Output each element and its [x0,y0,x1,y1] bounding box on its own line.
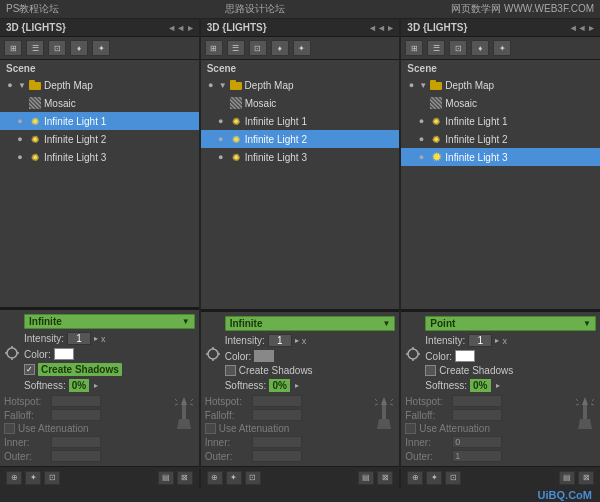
disabled-section: Hotspot: Falloff: Use Attenuation Inner:… [4,395,195,462]
bottom-btn-3[interactable]: ⊡ [245,471,261,485]
panel-title-1: 3D {LIGHTS} [6,22,66,33]
intensity-reset[interactable]: x [302,336,307,346]
tree-arrow[interactable]: ▼ [219,81,227,90]
softness-row: Softness: 0% ▸ [425,379,596,392]
eye-icon[interactable]: ● [405,79,417,91]
toolbar-btn-5[interactable]: ✦ [293,40,311,56]
bottom-btn-5[interactable]: ⊠ [377,471,393,485]
bottom-btn-5[interactable]: ⊠ [578,471,594,485]
intensity-row: Intensity: ▸ x [24,332,195,345]
eye-icon[interactable]: ● [4,79,16,91]
tree-item[interactable]: ●✺Infinite Light 1 [0,112,199,130]
tree-item[interactable]: ●✹Infinite Light 3 [401,148,600,166]
toolbar-btn-3[interactable]: ⊡ [48,40,66,56]
bottom-btn-4[interactable]: ▤ [358,471,374,485]
bottom-btn-1[interactable]: ⊕ [407,471,423,485]
toolbar-btn-3[interactable]: ⊡ [449,40,467,56]
tree-item[interactable]: ●✺Infinite Light 3 [0,148,199,166]
panel-header-2: 3D {LIGHTS} ◄◄ ▸ [201,19,400,37]
intensity-input[interactable] [67,332,91,345]
eye-icon[interactable] [415,97,427,109]
toolbar-btn-4[interactable]: ♦ [471,40,489,56]
toolbar-btn-2[interactable]: ☰ [227,40,245,56]
intensity-input[interactable] [468,334,492,347]
use-attenuation-checkbox [405,423,416,434]
toolbar-btn-2[interactable]: ☰ [427,40,445,56]
tree-item[interactable]: Mosaic [401,94,600,112]
tree-item[interactable]: ●✺Infinite Light 2 [0,130,199,148]
tree-item[interactable]: ●✺Infinite Light 3 [201,148,400,166]
toolbar-btn-5[interactable]: ✦ [92,40,110,56]
type-dropdown[interactable]: Infinite ▼ [225,316,396,331]
create-shadows-checkbox[interactable] [225,365,236,376]
eye-icon[interactable]: ● [14,151,26,163]
tree-item-name: Depth Map [245,80,294,91]
tree-item[interactable]: ●▼Depth Map [401,76,600,94]
tree-item[interactable]: ●▼Depth Map [0,76,199,94]
toolbar-btn-4[interactable]: ♦ [70,40,88,56]
bottom-btn-1[interactable]: ⊕ [207,471,223,485]
tree-item[interactable]: ●✺Infinite Light 1 [201,112,400,130]
create-shadows-checkbox[interactable]: ✓ [24,364,35,375]
softness-increment[interactable]: ▸ [94,381,98,390]
tree-item[interactable]: ●▼Depth Map [201,76,400,94]
scene-tree: ●▼Depth MapMosaic●✺Infinite Light 1●✺Inf… [201,76,400,170]
bottom-btn-2[interactable]: ✦ [226,471,242,485]
eye-icon[interactable]: ● [415,151,427,163]
eye-icon[interactable]: ● [205,79,217,91]
intensity-reset[interactable]: x [502,336,507,346]
type-dropdown[interactable]: Infinite ▼ [24,314,195,329]
svg-line-25 [391,399,393,401]
eye-icon[interactable]: ● [415,115,427,127]
toolbar-btn-1[interactable]: ⊞ [405,40,423,56]
toolbar-btn-4[interactable]: ♦ [271,40,289,56]
color-swatch[interactable] [254,350,274,362]
intensity-reset[interactable]: x [101,334,106,344]
light-figure-svg [375,397,393,429]
outer-row: Outer: [405,450,570,462]
intensity-input[interactable] [268,334,292,347]
intensity-increment[interactable]: ▸ [94,334,98,343]
bottom-btn-4[interactable]: ▤ [559,471,575,485]
bottom-btn-3[interactable]: ⊡ [445,471,461,485]
eye-icon[interactable] [215,97,227,109]
intensity-increment[interactable]: ▸ [295,336,299,345]
softness-increment[interactable]: ▸ [295,381,299,390]
toolbar-btn-5[interactable]: ✦ [493,40,511,56]
bottom-btn-1[interactable]: ⊕ [6,471,22,485]
tree-item[interactable]: Mosaic [201,94,400,112]
tree-arrow[interactable]: ▼ [419,81,427,90]
toolbar-btn-1[interactable]: ⊞ [205,40,223,56]
watermark-center: 思路设计论坛 [225,2,285,16]
eye-icon[interactable]: ● [215,133,227,145]
tree-item[interactable]: ●✺Infinite Light 1 [401,112,600,130]
tree-item-name: Infinite Light 3 [44,152,106,163]
intensity-increment[interactable]: ▸ [495,336,499,345]
color-swatch[interactable] [54,348,74,360]
bottom-icons: ⊕ ✦ ⊡ [407,471,461,485]
toolbar-btn-1[interactable]: ⊞ [4,40,22,56]
color-swatch[interactable] [455,350,475,362]
create-shadows-checkbox[interactable] [425,365,436,376]
eye-icon[interactable]: ● [14,115,26,127]
eye-icon[interactable]: ● [215,115,227,127]
type-dropdown[interactable]: Point ▼ [425,316,596,331]
tree-item[interactable]: ●✺Infinite Light 2 [201,130,400,148]
eye-icon[interactable]: ● [14,133,26,145]
bottom-btn-3[interactable]: ⊡ [44,471,60,485]
tree-arrow[interactable]: ▼ [18,81,26,90]
tree-item[interactable]: Mosaic [0,94,199,112]
bottom-btn-4[interactable]: ▤ [158,471,174,485]
create-shadows-row: Create Shadows [225,365,396,376]
tree-item[interactable]: ●✺Infinite Light 2 [401,130,600,148]
bottom-btn-2[interactable]: ✦ [426,471,442,485]
eye-icon[interactable]: ● [415,133,427,145]
eye-icon[interactable] [14,97,26,109]
bottom-btn-5[interactable]: ⊠ [177,471,193,485]
softness-increment[interactable]: ▸ [496,381,500,390]
eye-icon[interactable]: ● [215,151,227,163]
bottom-btn-2[interactable]: ✦ [25,471,41,485]
toolbar-btn-2[interactable]: ☰ [26,40,44,56]
toolbar-btn-3[interactable]: ⊡ [249,40,267,56]
falloff-input [452,409,502,421]
